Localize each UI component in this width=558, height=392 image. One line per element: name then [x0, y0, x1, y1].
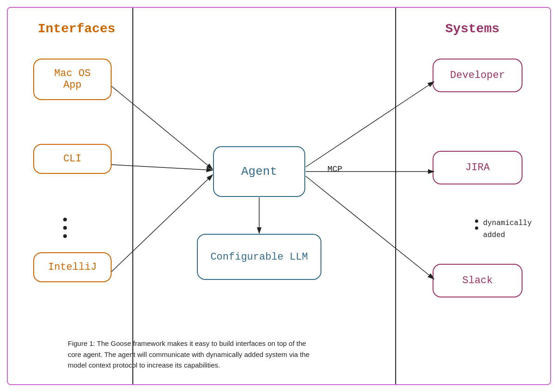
divider-right: [395, 8, 396, 384]
system-label-developer: Developer: [450, 70, 505, 81]
interface-label-macos: Mac OSApp: [54, 68, 90, 91]
arrow-macos-agent: [112, 86, 213, 169]
agent-box: Agent: [213, 146, 305, 197]
systems-title: Systems: [445, 22, 499, 36]
interface-label-cli: CLI: [63, 153, 82, 165]
dynamic-added-text: dynamically added: [483, 218, 532, 241]
dots-between: [63, 218, 67, 238]
arrow-cli-agent: [112, 165, 213, 170]
dot-1: [63, 218, 67, 221]
arrow-agent-slack: [306, 176, 434, 279]
system-box-jira: JIRA: [433, 151, 522, 184]
llm-box: Configurable LLM: [197, 234, 321, 280]
divider-left: [132, 8, 133, 384]
interface-box-intellij: IntelliJ: [33, 252, 112, 282]
dynamic-added-container: dynamically added: [475, 218, 532, 241]
interface-label-intellij: IntelliJ: [48, 261, 97, 273]
system-label-jira: JIRA: [465, 162, 490, 173]
dot-3: [63, 234, 67, 238]
agent-label: Agent: [241, 165, 277, 178]
dynamic-dots: [475, 220, 478, 230]
dynamic-dot-1: [475, 220, 478, 223]
diagram-container: Interfaces Systems Mac OSApp CLI Intelli…: [7, 7, 551, 385]
mcp-label: MCP: [327, 165, 342, 174]
interface-box-macos: Mac OSApp: [33, 59, 112, 100]
system-box-developer: Developer: [433, 59, 522, 92]
dot-2: [63, 226, 67, 230]
interface-box-cli: CLI: [33, 144, 112, 174]
figure-caption: Figure 1: The Goose framework makes it e…: [68, 338, 513, 370]
arrow-agent-developer: [306, 82, 434, 167]
llm-label: Configurable LLM: [210, 251, 308, 263]
system-box-slack: Slack: [433, 264, 522, 297]
dynamic-dot-2: [475, 226, 478, 230]
interfaces-title: Interfaces: [38, 22, 115, 36]
system-label-slack: Slack: [462, 275, 493, 286]
